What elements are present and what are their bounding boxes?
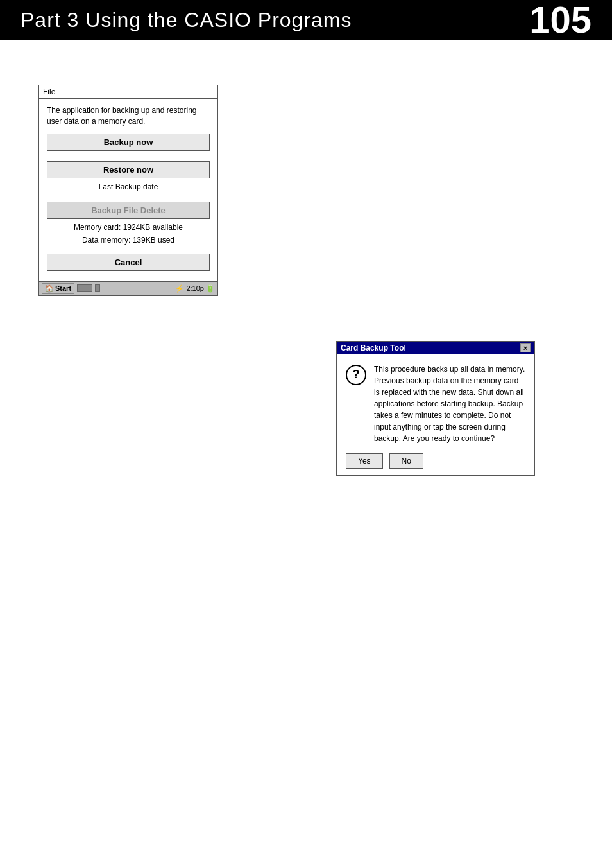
page-number: 105 (529, 1, 591, 39)
dialog-body: ? This procedure backs up all data in me… (337, 354, 534, 475)
annotation-lines (218, 85, 295, 209)
last-backup-label: Last Backup date (47, 182, 210, 191)
taskbar-network-icon: ⚡ (175, 284, 184, 292)
question-icon: ? (346, 365, 366, 385)
start-label: Start (55, 284, 71, 292)
header-title: Part 3 Using the CASIO Programs (21, 8, 352, 32)
cancel-button[interactable]: Cancel (47, 254, 210, 271)
content-area: File The application for backing up and … (0, 40, 612, 501)
app-body: The application for backing up and resto… (39, 99, 217, 277)
h-line-1 (218, 180, 295, 180)
screenshot-2-container: Card Backup Tool × ? This procedure back… (38, 341, 535, 476)
annotation-line-2 (218, 209, 295, 209)
data-memory-label: Data memory: 139KB used (47, 236, 210, 245)
backup-file-delete-button[interactable]: Backup File Delete (47, 202, 210, 219)
h-line-2 (218, 209, 295, 209)
dialog-close-button[interactable]: × (520, 343, 531, 352)
screenshot-1-container: File The application for backing up and … (38, 85, 574, 296)
dialog-window: Card Backup Tool × ? This procedure back… (336, 341, 535, 476)
taskbar-battery-icon: 🔋 (206, 284, 215, 292)
app-description: The application for backing up and resto… (47, 105, 210, 127)
dialog-buttons: Yes No (346, 453, 525, 469)
backup-now-button[interactable]: Backup now (47, 134, 210, 151)
taskbar-keyboard-icon (77, 284, 92, 292)
restore-now-button[interactable]: Restore now (47, 161, 210, 178)
app-window: File The application for backing up and … (38, 85, 218, 296)
page-header: Part 3 Using the CASIO Programs 105 (0, 0, 612, 40)
app-title-label: File (43, 87, 55, 96)
memory-available-label: Memory card: 1924KB available (47, 223, 210, 232)
dialog-message-row: ? This procedure backs up all data in me… (346, 363, 525, 444)
taskbar-start[interactable]: 🏠 Start (42, 283, 74, 294)
yes-button[interactable]: Yes (346, 453, 383, 469)
taskbar-time: ⚡ 2:10p 🔋 (175, 284, 215, 293)
annotation-line-1 (218, 180, 295, 180)
app-taskbar: 🏠 Start ⚡ 2:10p 🔋 (39, 281, 217, 295)
dialog-title-bar: Card Backup Tool × (337, 342, 534, 354)
start-icon: 🏠 (45, 284, 54, 293)
no-button[interactable]: No (389, 453, 423, 469)
taskbar-arrow-icon (95, 284, 100, 292)
app-title-bar: File (39, 85, 217, 99)
dialog-message: This procedure backs up all data in memo… (374, 363, 525, 444)
dialog-title: Card Backup Tool (341, 343, 406, 352)
